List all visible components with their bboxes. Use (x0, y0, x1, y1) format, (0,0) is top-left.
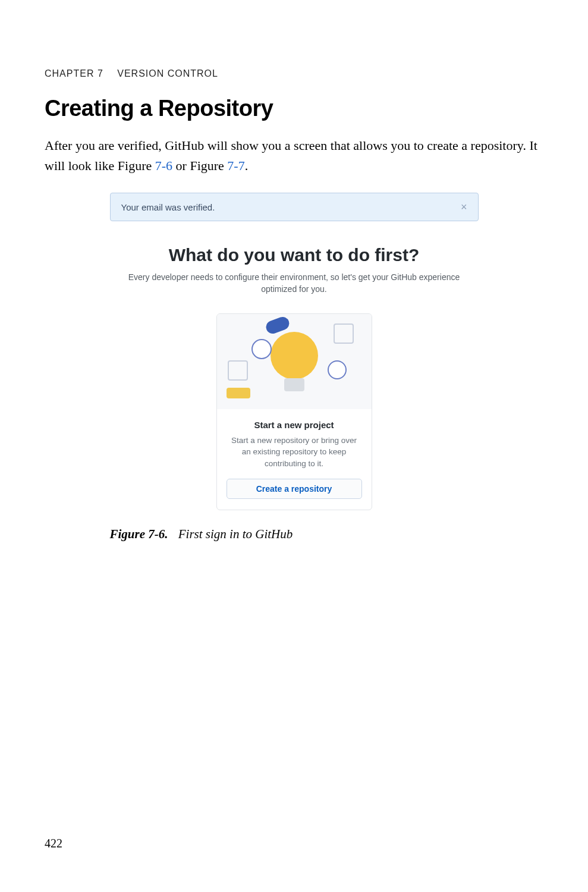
onboarding-subtitle: Every developer needs to configure their… (116, 271, 473, 296)
start-project-card: Start a new project Start a new reposito… (216, 313, 372, 511)
chapter-title: VERSION CONTROL (117, 68, 218, 78)
card-illustration (217, 314, 372, 409)
lightbulb-icon (268, 332, 321, 391)
figure-reference-7-7[interactable]: 7-7 (227, 158, 244, 173)
figure-caption-text: First sign in to GitHub (178, 527, 293, 541)
figure-screenshot: Your email was verified. × What do you w… (110, 193, 479, 542)
figure-reference-7-6[interactable]: 7-6 (155, 158, 172, 173)
flash-message-text: Your email was verified. (121, 202, 215, 212)
chapter-number: CHAPTER 7 (45, 68, 103, 78)
section-heading: Creating a Repository (45, 96, 543, 121)
verification-flash-banner: Your email was verified. × (110, 193, 479, 221)
page-number: 422 (45, 837, 62, 850)
body-text: . (245, 158, 249, 173)
figure-caption-label: Figure 7-6. (110, 527, 168, 541)
decorative-shape-icon (334, 323, 354, 344)
body-text: or Figure (172, 158, 227, 173)
mona-figure-icon (328, 360, 347, 379)
running-head: CHAPTER 7 VERSION CONTROL (45, 68, 543, 79)
github-onboarding-screenshot: Your email was verified. × What do you w… (110, 193, 479, 510)
decorative-shape-icon (228, 360, 248, 381)
decorative-shape-icon (227, 388, 250, 398)
body-paragraph: After you are verified, GitHub will show… (45, 136, 543, 176)
mona-figure-icon (251, 339, 272, 359)
close-icon[interactable]: × (461, 202, 467, 212)
create-repository-button[interactable]: Create a repository (227, 479, 362, 499)
card-title: Start a new project (227, 420, 362, 430)
book-page: CHAPTER 7 VERSION CONTROL Creating a Rep… (0, 0, 588, 892)
card-body: Start a new project Start a new reposito… (217, 409, 372, 510)
card-description: Start a new repository or bring over an … (227, 435, 362, 470)
figure-caption: Figure 7-6. First sign in to GitHub (110, 527, 479, 542)
onboarding-title: What do you want to do first? (110, 245, 479, 265)
body-text: After you are verified, GitHub will show… (45, 138, 537, 173)
